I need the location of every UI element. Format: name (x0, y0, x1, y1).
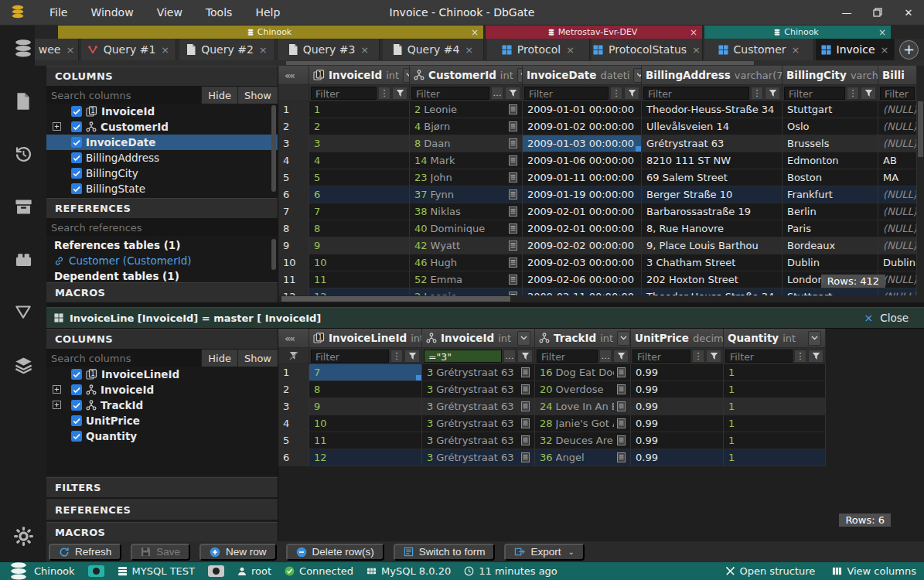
checkbox-checked[interactable] (71, 384, 82, 395)
cell-billi[interactable]: (NULL) (878, 135, 917, 152)
column-header-invoiceid[interactable]: 1InvoiceIdint (309, 66, 410, 85)
cell-invoiceid[interactable]: 4 (309, 152, 410, 169)
filter-input[interactable]: Filter (725, 350, 793, 363)
sidebar-filter-icon[interactable] (11, 299, 36, 324)
tab-protocolstatus[interactable]: ProtocolStatus× (592, 39, 703, 60)
cell-quantity[interactable]: 1 (724, 398, 826, 415)
close-tab-icon[interactable]: × (161, 44, 169, 56)
row-number-cell[interactable]: 3 (278, 398, 309, 415)
close-tab-icon[interactable]: × (259, 44, 268, 56)
cell-billingaddress[interactable]: Theodor-Heuss-Straße 34 (642, 288, 783, 295)
close-group-icon[interactable]: × (878, 27, 886, 38)
show-columns-button[interactable]: Show (237, 87, 278, 104)
row-number-cell[interactable]: 5 (278, 432, 309, 449)
cell-billingcity[interactable]: Dublin (783, 254, 878, 271)
open-detail-icon[interactable] (617, 367, 626, 377)
cell-invoicedate[interactable]: 2009-01-19 00:00:00 (523, 186, 642, 203)
filter-funnel-button[interactable] (808, 350, 823, 363)
cell-billi[interactable]: (NULL) (878, 237, 917, 254)
cell-unitprice[interactable]: 0.99 (631, 364, 724, 381)
references-section-header[interactable]: REFERENCES (46, 500, 278, 520)
cell-customerid[interactable]: 4Bjørn (410, 118, 523, 135)
tab-group-1[interactable]: Metrostav-Evr-DEV× (486, 26, 702, 39)
tab-query-1[interactable]: Query #1× (81, 39, 176, 60)
row-number-cell[interactable]: 10 (278, 254, 309, 271)
filter-funnel-button[interactable] (861, 87, 876, 100)
row-number-cell[interactable]: 5 (278, 169, 309, 186)
column-header-trackid[interactable]: TrackIdint (535, 329, 631, 348)
cell-invoicedate[interactable]: 2009-02-03 00:00:00 (523, 254, 642, 271)
cell-unitprice[interactable]: 0.99 (631, 449, 724, 466)
collapse-columns-button[interactable]: «« (278, 329, 309, 348)
column-menu-button[interactable] (517, 331, 530, 346)
column-item-billingaddress[interactable]: BillingAddress (46, 150, 278, 165)
row-number-cell[interactable]: 3 (278, 135, 309, 152)
tab-group-0[interactable]: Chinook× (58, 26, 483, 39)
row-number-cell[interactable]: 1 (278, 364, 309, 381)
cell-billingaddress[interactable]: Berger Straße 10 (642, 186, 783, 203)
save-button[interactable]: Save (131, 544, 190, 561)
cell-billingcity[interactable]: Oslo (783, 118, 878, 135)
column-header-billingcity[interactable]: BillingCityvarcha (783, 66, 878, 85)
cell-billingaddress[interactable]: 8, Rue Hanovre (642, 220, 783, 237)
close-group-icon[interactable]: × (690, 27, 697, 38)
filter-input[interactable]: Filter (524, 87, 609, 100)
column-item-invoiceid[interactable]: 1InvoiceId (46, 104, 278, 119)
cell-trackid[interactable]: 36Angel (535, 449, 631, 466)
cell-invoiceid[interactable]: 9 (309, 237, 410, 254)
row-number-cell[interactable]: 8 (278, 220, 309, 237)
cell-quantity[interactable]: 1 (724, 415, 826, 432)
search-columns-input[interactable] (46, 350, 201, 367)
open-detail-icon[interactable] (509, 275, 517, 285)
open-structure-button[interactable]: Open structure (725, 565, 816, 577)
cell-invoiceid[interactable]: 7 (309, 203, 410, 220)
cell-invoicedate[interactable]: 2009-01-03 00:00:00 (523, 135, 642, 152)
switch-to-form-button[interactable]: Switch to form (394, 544, 496, 561)
cell-billingaddress[interactable]: Grétrystraat 63 (642, 135, 783, 152)
cell-trackid[interactable]: 24Love In An E (535, 398, 631, 415)
cell-billingcity[interactable]: Edmonton (783, 152, 878, 169)
tab-wee[interactable]: wee× (35, 39, 79, 60)
menu-tools[interactable]: Tools (196, 3, 242, 22)
sidebar-database-icon[interactable] (11, 36, 36, 61)
filter-funnel-button[interactable] (505, 87, 520, 100)
filter-menu-button[interactable]: ⋮ (692, 350, 704, 363)
filter-input[interactable]: Filter (311, 350, 389, 363)
references-section-header[interactable]: REFERENCES (46, 198, 278, 219)
open-detail-icon[interactable] (521, 401, 530, 411)
row-number-cell[interactable]: 1 (278, 101, 309, 118)
cell-billingcity[interactable]: Frankfurt (783, 186, 878, 203)
cell-billi[interactable]: MA (878, 169, 917, 186)
sidebar-archive-icon[interactable] (11, 194, 36, 219)
cell-billingaddress[interactable]: 202 Hoxton Street (642, 271, 783, 288)
columns-section-header[interactable]: COLUMNS (46, 329, 278, 350)
cell-quantity[interactable]: 1 (724, 449, 826, 466)
checkbox-checked[interactable] (71, 106, 82, 117)
filter-menu-button[interactable]: … (491, 87, 503, 100)
sidebar-plugins-icon[interactable] (11, 247, 36, 271)
cell-invoicelineid[interactable]: 9 (309, 398, 422, 415)
checkbox-checked[interactable] (71, 415, 82, 426)
column-item-invoiceid[interactable]: InvoiceId (46, 382, 278, 397)
cell-unitprice[interactable]: 0.99 (631, 381, 724, 398)
column-item-billingcity[interactable]: BillingCity (46, 165, 278, 181)
tab-group-2[interactable]: Chinook× (704, 26, 891, 39)
cell-billingaddress[interactable]: Ullevålsveien 14 (642, 118, 783, 135)
panel-scrollbar[interactable] (271, 239, 276, 270)
open-detail-icon[interactable] (521, 418, 530, 428)
cell-invoiceid[interactable]: 10 (309, 254, 410, 271)
cell-billi[interactable]: (NULL) (878, 101, 917, 118)
row-number-cell[interactable]: 7 (278, 203, 309, 220)
close-tab-icon[interactable]: × (66, 44, 74, 56)
column-item-invoicedate[interactable]: InvoiceDate (46, 135, 278, 150)
column-header-billi[interactable]: Billi (878, 66, 917, 85)
checkbox-checked[interactable] (71, 152, 82, 163)
cell-billi[interactable]: (NULL) (878, 288, 917, 295)
row-number-cell[interactable]: 2 (278, 381, 309, 398)
filter-input[interactable]: Filter (311, 87, 377, 100)
open-detail-icon[interactable] (509, 104, 517, 114)
filter-corner-cell[interactable] (278, 348, 309, 364)
cell-invoicedate[interactable]: 2009-02-11 00:00:00 (523, 288, 642, 295)
checkbox-checked[interactable] (71, 431, 82, 442)
column-item-trackid[interactable]: TrackId (46, 397, 278, 413)
